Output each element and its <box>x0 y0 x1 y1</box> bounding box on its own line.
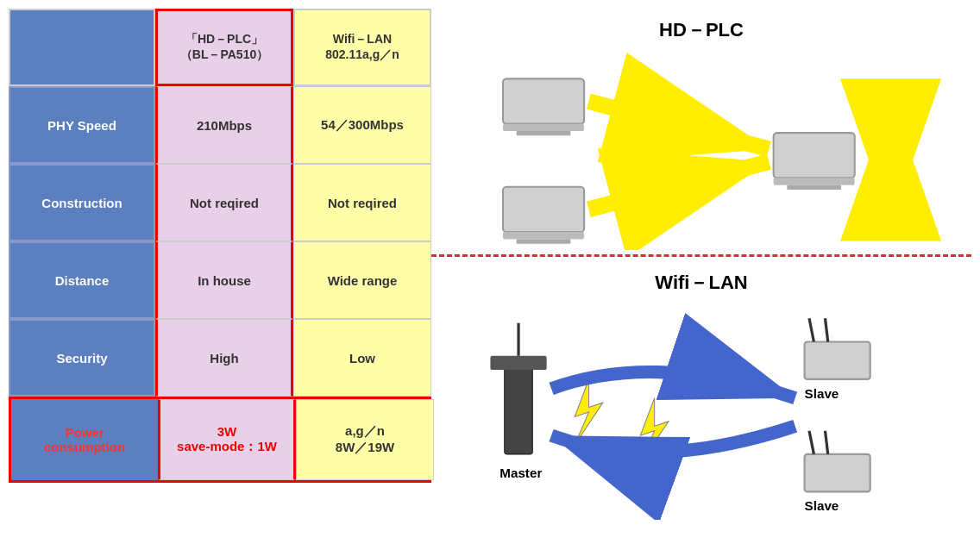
svg-line-22 <box>809 318 814 341</box>
cell-wifi-0: 54／300Mbps <box>293 86 431 164</box>
hdplc-svg <box>431 52 971 250</box>
cell-wifi-2: Wide range <box>293 241 431 319</box>
svg-line-11 <box>588 102 769 149</box>
svg-rect-2 <box>517 131 571 135</box>
svg-rect-0 <box>503 78 584 123</box>
svg-rect-5 <box>517 239 571 243</box>
header-wifi-label: Wifi－LAN 802.11a,g／n <box>325 32 399 63</box>
table-row-1: ConstructionNot reqiredNot reqired <box>9 164 431 241</box>
hdplc-title: HD－PLC <box>659 17 744 43</box>
svg-rect-1 <box>503 124 584 131</box>
svg-line-27 <box>825 431 827 454</box>
table-body: PHY Speed210Mbps54／300MbpsConstructionNo… <box>9 86 431 483</box>
cell-wifi-3: Low <box>293 319 431 397</box>
svg-line-12 <box>588 162 769 209</box>
svg-rect-4 <box>503 232 584 239</box>
header-empty-cell <box>9 9 155 86</box>
cell-hdplc-3: High <box>155 319 293 397</box>
header-wifi: Wifi－LAN 802.11a,g／n <box>293 9 431 86</box>
hdplc-diagram <box>431 52 971 250</box>
svg-rect-21 <box>805 341 870 378</box>
svg-line-23 <box>825 318 827 341</box>
cell-wifi-1: Not reqired <box>293 164 431 241</box>
svg-rect-25 <box>805 454 870 491</box>
table-row-0: PHY Speed210Mbps54／300Mbps <box>9 86 431 164</box>
header-hdplc-label: 「HD－PLC」 （BL－PA510） <box>180 32 268 63</box>
svg-rect-15 <box>505 360 533 454</box>
svg-rect-3 <box>503 187 584 232</box>
cell-wifi-4: a,g／n 8W／19W <box>296 399 434 480</box>
cell-hdplc-4: 3W save-mode：1W <box>158 399 296 480</box>
svg-rect-6 <box>774 133 855 178</box>
svg-rect-8 <box>787 185 841 190</box>
row-label-3: Security <box>9 319 155 397</box>
wifi-diagram: Master Slave Slave <box>431 304 971 520</box>
cell-hdplc-0: 210Mbps <box>155 86 293 164</box>
section-divider <box>431 254 971 257</box>
svg-text:Master: Master <box>499 466 542 480</box>
right-panel: HD－PLC <box>423 0 980 550</box>
cell-hdplc-2: In house <box>155 241 293 319</box>
hdplc-section: HD－PLC <box>431 9 971 250</box>
diagonal-decoration <box>10 10 154 84</box>
left-panel: 「HD－PLC」 （BL－PA510） Wifi－LAN 802.11a,g／n… <box>0 0 423 550</box>
table-header-row: 「HD－PLC」 （BL－PA510） Wifi－LAN 802.11a,g／n <box>9 9 431 86</box>
table-row-4: Power consumption3W save-mode：1Wa,g／n 8W… <box>9 397 431 483</box>
row-label-1: Construction <box>9 164 155 241</box>
wifi-title: Wifi－LAN <box>655 270 747 296</box>
wifi-svg: Master Slave Slave <box>431 304 971 520</box>
svg-line-26 <box>809 431 814 454</box>
wifi-section: Wifi－LAN Master <box>431 261 971 520</box>
cell-hdplc-1: Not reqired <box>155 164 293 241</box>
svg-marker-19 <box>575 379 603 445</box>
table-row-3: SecurityHighLow <box>9 319 431 397</box>
row-label-2: Distance <box>9 241 155 319</box>
svg-text:Slave: Slave <box>805 386 839 401</box>
comparison-table: 「HD－PLC」 （BL－PA510） Wifi－LAN 802.11a,g／n… <box>9 9 431 483</box>
svg-text:Slave: Slave <box>805 498 839 513</box>
row-label-0: PHY Speed <box>9 86 155 164</box>
svg-rect-7 <box>774 178 855 184</box>
table-row-2: DistanceIn houseWide range <box>9 241 431 319</box>
svg-rect-16 <box>490 356 546 370</box>
row-label-4: Power consumption <box>11 399 158 480</box>
header-hdplc: 「HD－PLC」 （BL－PA510） <box>155 9 293 86</box>
